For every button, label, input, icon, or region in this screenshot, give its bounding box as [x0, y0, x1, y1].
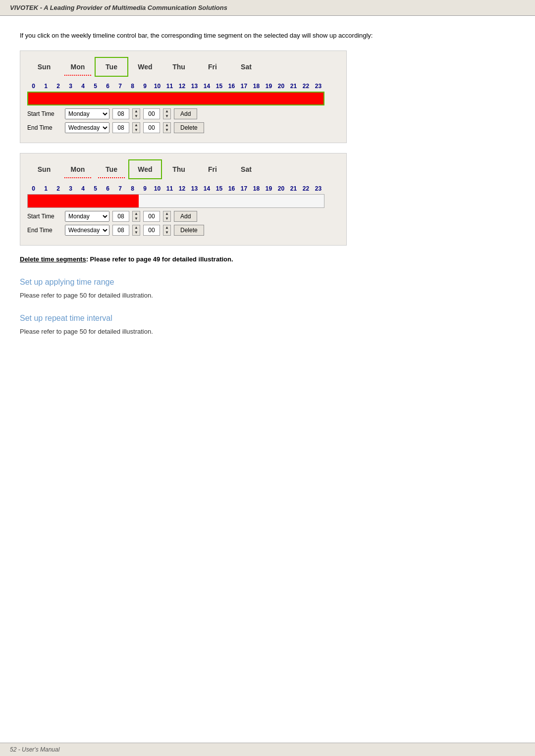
start-hour-input-2[interactable] — [112, 211, 129, 222]
end-hour-input-1[interactable] — [112, 122, 129, 133]
spin-down-icon[interactable]: ▼ — [133, 128, 140, 133]
spin-down-icon[interactable]: ▼ — [133, 114, 140, 119]
page-wrapper: VIVOTEK - A Leading Provider of Multimed… — [0, 0, 535, 756]
day-fri-1[interactable]: Fri — [196, 57, 229, 77]
hour-13: 13 — [188, 83, 201, 90]
day-thu-1[interactable]: Thu — [162, 57, 196, 77]
delete-notice: Delete time segments: Please refer to pa… — [20, 255, 515, 263]
start-min-spin-2[interactable]: ▲ ▼ — [163, 211, 171, 222]
intro-text: If you click on the weekly timeline cont… — [20, 31, 515, 41]
day-fri-2[interactable]: Fri — [196, 159, 229, 179]
header-title: VIVOTEK - A Leading Provider of Multimed… — [10, 4, 227, 11]
hour-6: 6 — [102, 83, 114, 90]
spin-down-icon[interactable]: ▼ — [133, 230, 140, 235]
spin-up-icon[interactable]: ▲ — [163, 225, 170, 230]
spin-up-icon[interactable]: ▲ — [133, 211, 140, 216]
delete-button-1[interactable]: Delete — [174, 122, 204, 133]
hour-0: 0 — [27, 83, 40, 90]
start-min-spin-1[interactable]: ▲ ▼ — [163, 108, 171, 119]
hour-12: 12 — [176, 83, 188, 90]
hour-23: 23 — [312, 83, 324, 90]
end-time-row-2: End Time Wednesday Sunday Monday Tuesday… — [27, 225, 339, 236]
start-min-input-2[interactable] — [143, 211, 160, 222]
hour-2: 2 — [52, 83, 64, 90]
days-row-1: Sun Mon Tue Wed Thu Fri Sat — [27, 57, 339, 77]
spin-down-icon[interactable]: ▼ — [163, 230, 170, 235]
day-tue-2[interactable]: Tue — [95, 159, 128, 179]
end-time-row-1: End Time Wednesday Sunday Monday Tuesday… — [27, 122, 339, 133]
spin-up-icon[interactable]: ▲ — [163, 123, 170, 128]
timeline-bar-2[interactable] — [27, 194, 324, 208]
hour-22: 22 — [300, 83, 312, 90]
add-button-1[interactable]: Add — [174, 108, 197, 119]
start-time-row-1: Start Time Monday Sunday Tuesday Wednesd… — [27, 108, 339, 119]
timeline-bar-1[interactable] — [27, 92, 324, 105]
hour-21: 21 — [287, 83, 300, 90]
page-footer: 52 - User's Manual — [0, 743, 535, 756]
hour-18: 18 — [250, 83, 263, 90]
spin-up-icon[interactable]: ▲ — [163, 109, 170, 114]
day-thu-2[interactable]: Thu — [162, 159, 196, 179]
section1-text: Please refer to page 50 for detailed ill… — [20, 292, 515, 299]
delete-button-2[interactable]: Delete — [174, 225, 204, 236]
end-min-spin-1[interactable]: ▲ ▼ — [163, 122, 171, 133]
spin-down-icon[interactable]: ▼ — [163, 114, 170, 119]
hour-16: 16 — [225, 83, 238, 90]
start-hour-spin-2[interactable]: ▲ ▼ — [132, 211, 140, 222]
day-wed-1[interactable]: Wed — [128, 57, 162, 77]
spin-up-icon[interactable]: ▲ — [133, 225, 140, 230]
spin-down-icon[interactable]: ▼ — [163, 216, 170, 221]
hour-3: 3 — [64, 83, 77, 90]
end-hour-spin-1[interactable]: ▲ ▼ — [132, 122, 140, 133]
start-day-select-1[interactable]: Monday Sunday Tuesday Wednesday Thursday… — [65, 108, 109, 119]
start-time-row-2: Start Time Monday Sunday Tuesday Wednesd… — [27, 211, 339, 222]
spin-up-icon[interactable]: ▲ — [133, 123, 140, 128]
spin-up-icon[interactable]: ▲ — [163, 211, 170, 216]
end-hour-spin-2[interactable]: ▲ ▼ — [132, 225, 140, 236]
spin-down-icon[interactable]: ▼ — [163, 128, 170, 133]
hour-1: 1 — [40, 83, 52, 90]
day-sun-2[interactable]: Sun — [27, 159, 61, 179]
spin-down-icon[interactable]: ▼ — [133, 216, 140, 221]
day-tue-1[interactable]: Tue — [95, 57, 128, 77]
hour-5: 5 — [89, 83, 102, 90]
hour-9: 9 — [139, 83, 151, 90]
hour-4: 4 — [77, 83, 89, 90]
hour-19: 19 — [263, 83, 275, 90]
end-time-label-2: End Time — [27, 227, 62, 234]
hour-7: 7 — [114, 83, 126, 90]
hour-15: 15 — [213, 83, 225, 90]
end-min-spin-2[interactable]: ▲ ▼ — [163, 225, 171, 236]
start-time-label-2: Start Time — [27, 213, 62, 220]
hour-8: 8 — [126, 83, 139, 90]
day-sun-1[interactable]: Sun — [27, 57, 61, 77]
day-sat-1[interactable]: Sat — [229, 57, 263, 77]
day-mon-1[interactable]: Mon — [61, 57, 95, 77]
start-day-select-2[interactable]: Monday Sunday Tuesday Wednesday Thursday… — [65, 211, 109, 222]
delete-notice-text: : Please refer to page 49 for detailed i… — [86, 255, 233, 263]
end-min-input-2[interactable] — [143, 225, 160, 236]
end-day-select-2[interactable]: Wednesday Sunday Monday Tuesday Thursday… — [65, 225, 109, 236]
timeline-2: Sun Mon Tue Wed Thu Fri Sat 0 1 2 3 4 5 … — [20, 153, 347, 246]
start-min-input-1[interactable] — [143, 108, 160, 119]
spin-up-icon[interactable]: ▲ — [133, 109, 140, 114]
end-day-select-1[interactable]: Wednesday Sunday Monday Tuesday Thursday… — [65, 122, 109, 133]
footer-text: 52 - User's Manual — [10, 746, 59, 753]
day-mon-2[interactable]: Mon — [61, 159, 95, 179]
start-hour-spin-1[interactable]: ▲ ▼ — [132, 108, 140, 119]
hour-20: 20 — [275, 83, 287, 90]
section2-text: Please refer to page 50 for detailed ill… — [20, 328, 515, 335]
main-content: If you click on the weekly timeline cont… — [0, 16, 535, 743]
end-hour-input-2[interactable] — [112, 225, 129, 236]
day-sat-2[interactable]: Sat — [229, 159, 263, 179]
delete-notice-underline: Delete time segments — [20, 255, 86, 263]
start-hour-input-1[interactable] — [112, 108, 129, 119]
timeline-1: Sun Mon Tue Wed Thu Fri Sat 0 1 2 — [20, 50, 347, 143]
end-time-label-1: End Time — [27, 124, 62, 131]
day-wed-2[interactable]: Wed — [128, 159, 162, 179]
hour-labels-1: 0 1 2 3 4 5 6 7 8 9 10 11 12 13 14 15 16… — [27, 83, 339, 90]
hour-17: 17 — [238, 83, 250, 90]
end-min-input-1[interactable] — [143, 122, 160, 133]
add-button-2[interactable]: Add — [174, 211, 197, 222]
page-header: VIVOTEK - A Leading Provider of Multimed… — [0, 0, 535, 16]
